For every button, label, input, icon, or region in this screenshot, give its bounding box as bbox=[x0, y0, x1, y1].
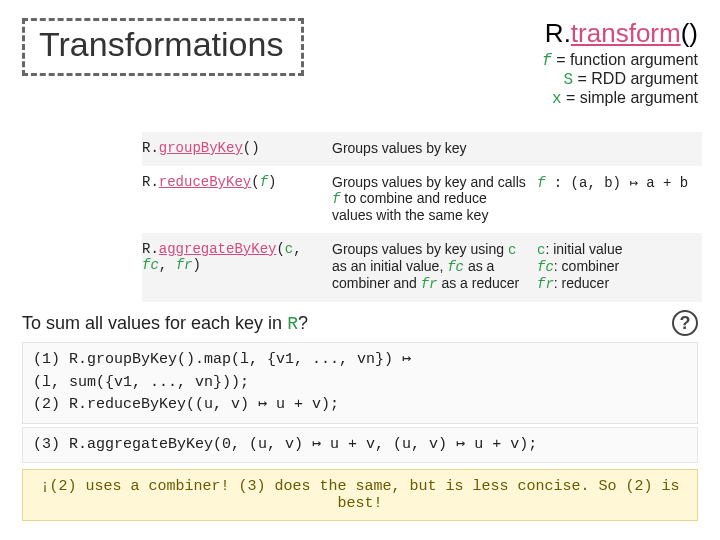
table-row: R.reduceByKey(f) Groups values by key an… bbox=[142, 166, 702, 233]
legend-s: S = RDD argument bbox=[542, 70, 698, 89]
table-row: R.aggregateByKey(c, fc, fr) Groups value… bbox=[142, 233, 702, 302]
api-table: R.groupByKey() Groups values by key R.re… bbox=[142, 132, 702, 302]
legend-api: R.transform() bbox=[542, 18, 698, 49]
page-title: Transformations bbox=[22, 18, 304, 76]
help-icon: ? bbox=[672, 310, 698, 336]
table-row: R.groupByKey() Groups values by key bbox=[142, 132, 702, 166]
question-row: To sum all values for each key in R? ? bbox=[22, 310, 698, 336]
code-block-2: (3) R.aggregateByKey(0, (u, v) ↦ u + v, … bbox=[22, 427, 698, 464]
answer-banner: ¡(2) uses a combiner! (3) does the same,… bbox=[22, 469, 698, 521]
legend-f: f = function argument bbox=[542, 51, 698, 70]
code-block-1: (1) R.groupByKey().map(l, {v1, ..., vn})… bbox=[22, 342, 698, 424]
legend: R.transform() f = function argument S = … bbox=[542, 18, 698, 108]
legend-x: x = simple argument bbox=[542, 89, 698, 108]
